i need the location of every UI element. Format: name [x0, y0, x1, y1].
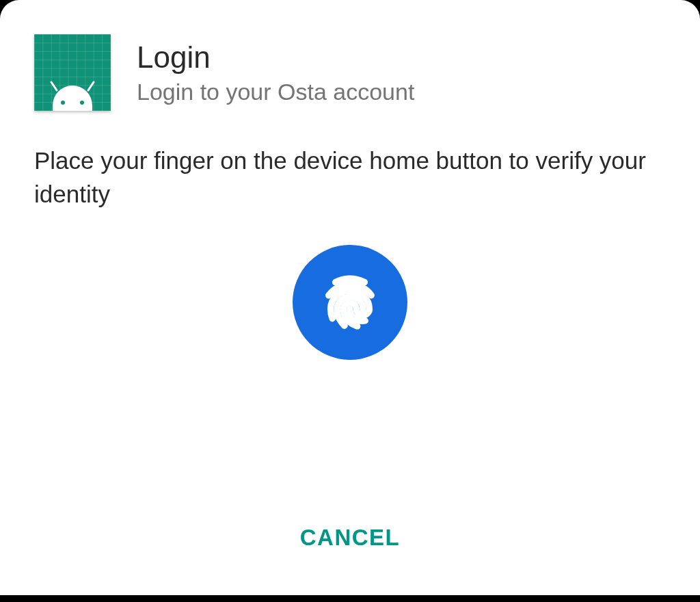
cancel-button[interactable]: CANCEL	[286, 518, 414, 558]
svg-line-1	[88, 82, 94, 90]
dialog-title: Login	[137, 40, 414, 75]
svg-point-3	[80, 101, 84, 105]
fingerprint-area	[34, 245, 666, 504]
dialog-subtitle: Login to your Osta account	[137, 79, 414, 105]
dialog-header: Login Login to your Osta account	[34, 34, 666, 111]
android-head-icon	[46, 81, 99, 111]
fingerprint-sensor[interactable]	[293, 245, 407, 360]
fingerprint-icon	[320, 272, 380, 332]
svg-point-2	[61, 101, 65, 105]
button-row: CANCEL	[34, 504, 666, 581]
svg-line-0	[51, 82, 57, 90]
header-text: Login Login to your Osta account	[137, 40, 414, 105]
instruction-text: Place your finger on the device home but…	[34, 144, 666, 211]
fingerprint-login-dialog: Login Login to your Osta account Place y…	[0, 0, 700, 595]
app-icon	[34, 34, 111, 111]
